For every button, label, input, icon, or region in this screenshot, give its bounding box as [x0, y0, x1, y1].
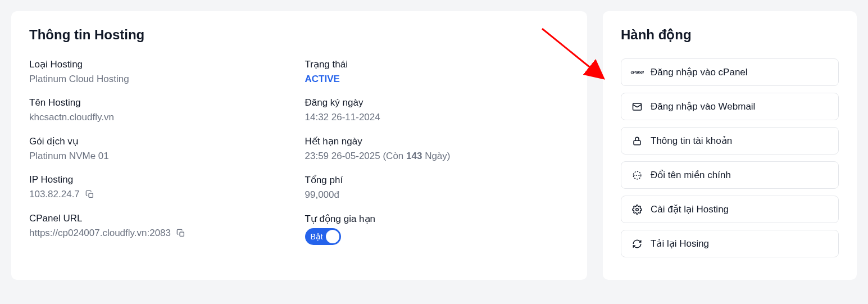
total-field: Tổng phí 99,000đ	[305, 174, 570, 201]
action-label: Cài đặt lại Hosting	[651, 203, 729, 215]
actions-title: Hành động	[621, 27, 839, 43]
cpanel-url-value: https://cp024007.cloudfly.vn:2083	[29, 228, 171, 239]
autorenew-toggle-label: Bật	[311, 232, 323, 241]
status-value: ACTIVE	[305, 74, 570, 85]
hosting-type-field: Loại Hosting Platinum Cloud Hosting	[29, 58, 294, 85]
login-cpanel-button[interactable]: cPanel Đăng nhập vào cPanel	[621, 58, 839, 86]
cpanel-icon: cPanel	[631, 67, 643, 78]
regdate-field: Đăng ký ngày 14:32 26-11-2024	[305, 97, 570, 123]
hosting-name-label: Tên Hosting	[29, 97, 294, 108]
reload-hosting-button[interactable]: Tải lại Hosing	[621, 230, 839, 257]
action-label: Đăng nhập vào cPanel	[651, 66, 748, 78]
autorenew-label: Tự động gia hạn	[305, 213, 570, 225]
expdate-value: 23:59 26-05-2025 (Còn 143 Ngày)	[305, 151, 570, 162]
svg-rect-2	[180, 232, 184, 236]
hosting-info-card: Thông tin Hosting Loại Hosting Platinum …	[11, 11, 587, 280]
ip-value: 103.82.24.7	[29, 189, 80, 200]
reinstall-hosting-button[interactable]: Cài đặt lại Hosting	[621, 196, 839, 223]
mail-icon	[631, 101, 643, 112]
hosting-name-field: Tên Hosting khcsactn.cloudfly.vn	[29, 97, 294, 123]
hosting-type-label: Loại Hosting	[29, 58, 294, 70]
autorenew-toggle[interactable]: Bật	[305, 228, 341, 245]
action-label: Tải lại Hosing	[651, 238, 709, 249]
cpanel-url-field: CPanel URL https://cp024007.cloudfly.vn:…	[29, 213, 294, 245]
plan-value: Platinum NVMe 01	[29, 151, 294, 162]
plan-field: Gói dịch vụ Platinum NVMe 01	[29, 135, 294, 162]
regdate-label: Đăng ký ngày	[305, 97, 570, 108]
copy-icon[interactable]	[85, 190, 94, 199]
hosting-name-value: khcsactn.cloudfly.vn	[29, 112, 294, 123]
action-label: Thông tin tài khoản	[651, 135, 732, 147]
hosting-type-value: Platinum Cloud Hosting	[29, 74, 294, 85]
svg-point-6	[636, 208, 639, 211]
svg-rect-1	[89, 193, 93, 197]
globe-icon	[631, 170, 643, 181]
lock-icon	[631, 135, 643, 147]
toggle-knob	[326, 230, 339, 243]
plan-label: Gói dịch vụ	[29, 135, 294, 147]
expdate-field: Hết hạn ngày 23:59 26-05-2025 (Còn 143 N…	[305, 135, 570, 162]
total-value: 99,000đ	[305, 189, 570, 201]
ip-label: IP Hosting	[29, 174, 294, 185]
autorenew-field: Tự động gia hạn Bật	[305, 213, 570, 245]
regdate-value: 14:32 26-11-2024	[305, 112, 570, 123]
refresh-icon	[631, 238, 643, 249]
copy-icon[interactable]	[176, 229, 185, 238]
expdate-label: Hết hạn ngày	[305, 135, 570, 147]
gear-icon	[631, 204, 643, 215]
hosting-info-title: Thông tin Hosting	[29, 27, 569, 43]
change-domain-button[interactable]: Đổi tên miền chính	[621, 161, 839, 189]
login-webmail-button[interactable]: Đăng nhập vào Webmail	[621, 93, 839, 120]
svg-rect-4	[634, 140, 640, 145]
account-info-button[interactable]: Thông tin tài khoản	[621, 127, 839, 155]
total-label: Tổng phí	[305, 174, 570, 186]
action-label: Đổi tên miền chính	[651, 169, 731, 181]
ip-field: IP Hosting 103.82.24.7	[29, 174, 294, 201]
actions-card: Hành động cPanel Đăng nhập vào cPanel Đă…	[603, 11, 857, 280]
status-label: Trạng thái	[305, 58, 570, 70]
cpanel-url-label: CPanel URL	[29, 213, 294, 224]
status-field: Trạng thái ACTIVE	[305, 58, 570, 85]
action-label: Đăng nhập vào Webmail	[651, 101, 755, 112]
